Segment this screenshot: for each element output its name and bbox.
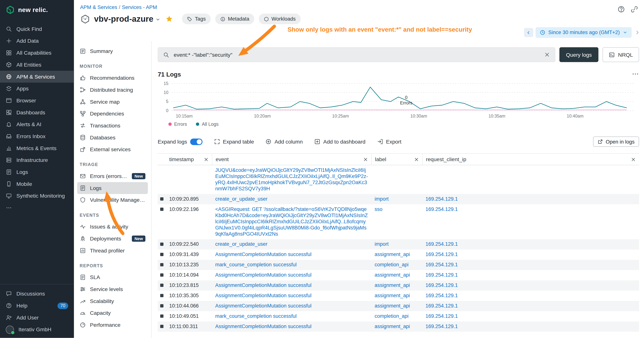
log-event-link[interactable]: create_or_update_user	[212, 241, 371, 247]
log-row[interactable]: JUQVU&code=eyJraWQiOiJjcGltY29yZV8wOTl1M…	[158, 165, 639, 194]
column-header-timestamp[interactable]: timestamp	[166, 154, 212, 165]
log-row[interactable]: 10:09:20.895create_or_update_userimport1…	[158, 194, 639, 204]
log-event-link[interactable]: AssignmentCompletionMutation successful	[212, 323, 371, 330]
time-back-button[interactable]	[524, 28, 533, 37]
add-to-dashboard-button[interactable]: Add to dashboard	[314, 139, 366, 145]
subnav-item-databases[interactable]: Databases	[77, 132, 148, 144]
log-row[interactable]: 10:09:22.196<ASGIRequest: GET '/sso/call…	[158, 204, 639, 239]
subnav-item-errors-errors-inb[interactable]: Errors (errors inb...New	[77, 170, 148, 182]
sidebar-item-errors-inbox[interactable]: Errors Inbox	[0, 130, 74, 142]
log-label-link[interactable]: completion_api	[371, 262, 422, 268]
log-ip-link[interactable]: 169.254.129.1	[422, 196, 639, 202]
log-ip-link[interactable]: 169.254.129.1	[422, 206, 639, 237]
subnav-item-external-services[interactable]: External services	[77, 144, 148, 156]
query-logs-button[interactable]: Query logs	[560, 47, 598, 62]
legend-item-all-logs[interactable]: All Logs	[196, 122, 218, 127]
log-row[interactable]: 10:11:00.311AssignmentCompletionMutation…	[158, 321, 639, 332]
sidebar-item-infrastructure[interactable]: Infrastructure	[0, 154, 74, 166]
subnav-item-sla[interactable]: SLA	[77, 271, 148, 283]
sidebar-item-browser[interactable]: Browser	[0, 95, 74, 107]
permalink-icon[interactable]	[630, 6, 638, 13]
column-header-label[interactable]: label	[371, 154, 422, 165]
subnav-item-dependencies[interactable]: Dependencies	[77, 108, 148, 120]
subnav-item-deployments[interactable]: DeploymentsNew	[77, 233, 148, 245]
log-row[interactable]: 10:09:31.439AssignmentCompletionMutation…	[158, 249, 639, 260]
subnav-item-distributed-tracing[interactable]: Distributed tracing	[77, 84, 148, 96]
sidebar-item-add-data[interactable]: Add Data	[0, 35, 74, 47]
clear-query-icon[interactable]	[544, 52, 550, 58]
sidebar-item-add-user[interactable]: Add User	[0, 312, 74, 323]
breadcrumb-apm-services[interactable]: APM & Services	[80, 5, 117, 10]
log-event-link[interactable]: AssignmentCompletionMutation successful	[212, 251, 371, 258]
export-button[interactable]: Export	[377, 139, 402, 145]
log-ip-link[interactable]: 169.254.129.1	[422, 303, 639, 309]
subnav-item-logs[interactable]: Logs	[77, 182, 148, 194]
log-row[interactable]: 10:09:22.540create_or_update_userimport1…	[158, 239, 639, 249]
log-label-link[interactable]: assignment_api	[371, 293, 422, 299]
log-label-link[interactable]: assignment_api	[371, 323, 422, 330]
log-label-link[interactable]: sso	[371, 206, 422, 237]
workloads-button[interactable]: Workloads	[259, 14, 301, 24]
log-row[interactable]: 10:10:14.094AssignmentCompletionMutation…	[158, 270, 639, 280]
log-ip-link[interactable]	[422, 167, 639, 192]
log-event-link[interactable]: AssignmentCompletionMutation successful	[212, 282, 371, 289]
sidebar-item-metrics-events[interactable]: Metrics & Events	[0, 142, 74, 154]
log-label-link[interactable]: assignment_api	[371, 303, 422, 309]
log-ip-link[interactable]: 169.254.129.1	[422, 241, 639, 247]
log-event-link[interactable]: mark_course_completion successful	[212, 262, 371, 268]
metadata-button[interactable]: Metadata	[215, 14, 254, 24]
expand-logs-toggle[interactable]	[190, 138, 202, 145]
sidebar-item-dashboards[interactable]: Dashboards	[0, 107, 74, 119]
entity-dropdown-chevron-icon[interactable]	[156, 17, 161, 22]
sidebar-item-synthetic-monitoring[interactable]: Synthetic Monitoring	[0, 190, 74, 202]
subnav-item-capacity[interactable]: Capacity	[77, 307, 148, 319]
log-event-link[interactable]: AssignmentCompletionMutation successful	[212, 272, 371, 278]
sidebar-item-more[interactable]	[0, 202, 74, 214]
subnav-item-recommendations[interactable]: Recommendations	[77, 72, 148, 84]
log-ip-link[interactable]: 169.254.129.1	[422, 313, 639, 319]
new-relic-logo[interactable]: new relic.	[0, 0, 74, 19]
log-label-link[interactable]: assignment_api	[371, 272, 422, 278]
favorite-star-icon[interactable]	[166, 15, 173, 23]
open-in-logs-button[interactable]: Open in logs	[593, 136, 639, 147]
log-event-link[interactable]: mark_course_completion successful	[212, 313, 371, 319]
subnav-item-scalability[interactable]: Scalability	[77, 295, 148, 307]
log-ip-link[interactable]: 169.254.129.1	[422, 272, 639, 278]
subnav-item-issues-activity[interactable]: Issues & activity	[77, 221, 148, 233]
sidebar-item-logs[interactable]: Logs	[0, 166, 74, 178]
log-event-link[interactable]: create_or_update_user	[212, 196, 371, 202]
sidebar-item-all-entities[interactable]: All Entities	[0, 59, 74, 71]
log-event-link[interactable]: <ASGIRequest: GET '/sso/callback/?state=…	[212, 206, 371, 237]
log-row[interactable]: 10:10:35.305AssignmentCompletionMutation…	[158, 291, 639, 301]
log-row[interactable]: 10:10:23.815AssignmentCompletionMutation…	[158, 280, 639, 291]
column-header-request-client-ip[interactable]: request_client_ip	[422, 154, 639, 165]
help-icon[interactable]	[617, 6, 625, 13]
nrql-button[interactable]: NRQL	[602, 47, 639, 62]
subnav-item-transactions[interactable]: Transactions	[77, 120, 148, 132]
log-ip-link[interactable]: 169.254.129.1	[422, 251, 639, 258]
sidebar-item-all-capabilities[interactable]: All Capabilities	[0, 47, 74, 59]
expand-table-button[interactable]: Expand table	[214, 139, 254, 145]
log-ip-link[interactable]: 169.254.129.1	[422, 323, 639, 330]
subnav-item-vulnerability-management[interactable]: Vulnerability Management	[77, 194, 148, 206]
log-ip-link[interactable]: 169.254.129.1	[422, 262, 639, 268]
log-label-link[interactable]: assignment_api	[371, 282, 422, 289]
subnav-item-thread-profiler[interactable]: Thread profiler	[77, 245, 148, 257]
breadcrumb-services-apm[interactable]: Services - APM	[122, 5, 157, 10]
time-forward-button[interactable]	[634, 29, 641, 36]
log-event-link[interactable]: AssignmentCompletionMutation successful	[212, 293, 371, 299]
log-row[interactable]: 10:10:44.066AssignmentCompletionMutation…	[158, 301, 639, 311]
query-input[interactable]	[173, 51, 540, 58]
sidebar-item-iterativ-gmbh[interactable]: Iterativ GmbH	[0, 323, 74, 335]
page-title[interactable]: vbv-prod-azure	[94, 14, 153, 24]
log-event-link[interactable]: JUQVU&code=eyJraWQiOiJjcGltY29yZV8wOTl1M…	[212, 167, 371, 192]
log-label-link[interactable]: assignment_api	[371, 251, 422, 258]
subnav-item-service-map[interactable]: Service map	[77, 96, 148, 108]
logs-options-menu-icon[interactable]	[632, 70, 639, 78]
log-label-link[interactable]: completion_api	[371, 313, 422, 319]
log-label-link[interactable]	[371, 167, 422, 192]
log-row[interactable]: 10:10:13.235mark_course_completion succe…	[158, 260, 639, 270]
tags-button[interactable]: Tags	[182, 14, 210, 24]
log-row[interactable]: 10:10:49.051mark_course_completion succe…	[158, 311, 639, 321]
log-ip-link[interactable]: 169.254.129.1	[422, 293, 639, 299]
